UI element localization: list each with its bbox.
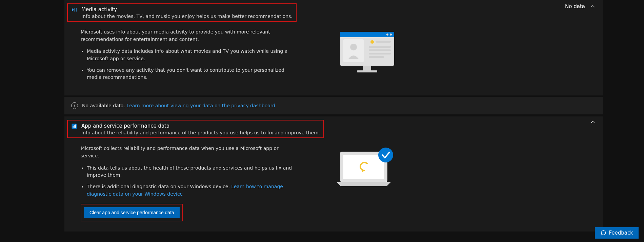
performance-body: Microsoft collects reliability and perfo… [64,143,603,232]
media-body: Microsoft uses info about your media act… [64,26,603,95]
svg-rect-15 [363,66,371,70]
feedback-icon [600,230,606,233]
notice-text: No available data. [82,103,125,108]
performance-subtitle: Info about the reliability and performan… [81,130,320,135]
no-data-notice: i No available data. Learn more about vi… [64,97,603,114]
svg-rect-16 [357,70,377,72]
highlight-media-header: Media activity Info about the movies, TV… [67,3,297,22]
notice-learn-more-link[interactable]: Learn more about viewing your data on th… [127,103,276,108]
svg-point-5 [386,34,388,36]
svg-rect-1 [75,8,75,12]
performance-illustration [311,145,423,221]
svg-marker-0 [72,8,74,12]
svg-rect-22 [343,155,384,179]
performance-header[interactable]: App and service performance data Info ab… [64,116,603,143]
feedback-label: Feedback [609,230,633,233]
performance-card: App and service performance data Info ab… [64,116,603,232]
feedback-button[interactable]: Feedback [595,227,639,233]
performance-bullet-2: There is additional diagnostic data on y… [87,183,298,198]
chevron-up-icon[interactable] [590,120,595,125]
performance-bullet-1: This data tells us about the health of t… [87,164,298,179]
media-activity-header[interactable]: Media activity Info about the movies, TV… [64,0,603,26]
svg-rect-2 [76,8,77,12]
svg-rect-4 [340,32,394,37]
media-illustration [311,28,423,85]
svg-point-8 [350,44,357,50]
svg-point-24 [378,148,393,162]
highlight-clear-button: Clear app and service performance data [81,204,183,221]
media-bullet-1: Media activity data includes info about … [87,48,298,62]
clear-performance-data-button[interactable]: Clear app and service performance data [84,207,180,218]
info-icon: i [71,102,78,109]
svg-rect-10 [376,41,391,43]
svg-rect-13 [369,53,391,54]
chevron-up-icon[interactable] [590,4,595,9]
media-icon [71,7,77,13]
chart-icon [71,123,77,129]
media-status: No data [565,3,585,9]
svg-rect-11 [369,46,391,48]
performance-bullet-2-text: There is additional diagnostic data on y… [87,184,231,189]
media-subtitle: Info about the movies, TV, and music you… [81,14,293,19]
performance-intro: Microsoft collects reliability and perfo… [81,145,298,159]
media-title: Media activity [81,6,293,13]
svg-point-9 [370,40,374,44]
performance-title: App and service performance data [81,123,320,129]
svg-rect-18 [73,126,74,128]
svg-rect-19 [74,125,75,128]
media-bullet-2: You can remove any activity that you don… [87,67,298,81]
media-activity-card: Media activity Info about the movies, TV… [64,0,603,95]
svg-rect-12 [369,49,391,51]
svg-rect-14 [369,56,384,58]
media-intro: Microsoft uses info about your media act… [81,28,298,43]
highlight-performance-header: App and service performance data Info ab… [67,120,324,138]
svg-point-6 [390,34,392,36]
svg-rect-20 [75,125,76,128]
